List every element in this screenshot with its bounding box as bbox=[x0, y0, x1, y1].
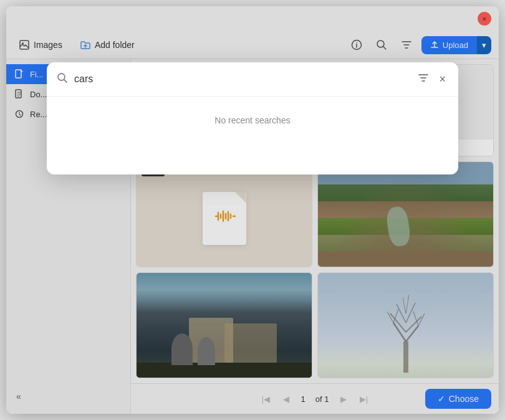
search-modal: × No recent searches bbox=[47, 62, 458, 174]
svg-point-21 bbox=[58, 74, 65, 80]
search-header: × bbox=[47, 62, 458, 97]
no-results-text: No recent searches bbox=[214, 115, 290, 125]
search-filter-button[interactable] bbox=[415, 70, 431, 88]
search-actions: × bbox=[415, 70, 448, 88]
search-close-button[interactable]: × bbox=[436, 70, 448, 88]
search-icon bbox=[57, 72, 68, 86]
main-window: × Images bbox=[6, 6, 499, 414]
search-body: No recent searches bbox=[47, 97, 458, 144]
search-overlay: × No recent searches bbox=[6, 6, 499, 414]
search-close-icon: × bbox=[439, 73, 446, 85]
search-input[interactable] bbox=[74, 74, 409, 85]
